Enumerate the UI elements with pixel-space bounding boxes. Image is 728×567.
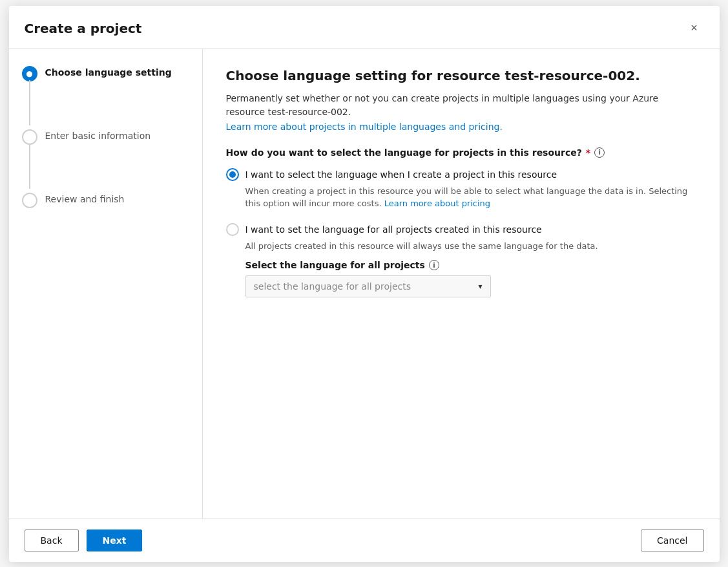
create-project-dialog: Create a project × ● Choose language set… (9, 6, 720, 562)
step-2-wrapper: Enter basic information (22, 128, 189, 150)
radio-row-2[interactable]: I want to set the language for all proje… (226, 223, 696, 236)
required-star: * (586, 147, 590, 158)
radio-input-per-project[interactable] (226, 168, 239, 181)
radio-option-all-projects: I want to set the language for all proje… (226, 223, 696, 298)
radio-option-per-project: I want to select the language when I cre… (226, 168, 696, 210)
close-button[interactable]: × (685, 19, 704, 38)
step-connector-2 (29, 144, 30, 189)
step-1-wrapper: ● Choose language setting (22, 65, 189, 87)
learn-more-pricing-link[interactable]: Learn more about pricing (384, 198, 490, 208)
learn-more-link[interactable]: Learn more about projects in multiple la… (226, 122, 503, 132)
step-3-label: Review and finish (45, 191, 125, 206)
footer-left-buttons: Back Next (25, 530, 143, 551)
language-select-section: Select the language for all projects i s… (245, 260, 696, 297)
main-content: Choose language setting for resource tes… (203, 49, 720, 519)
dialog-title: Create a project (25, 21, 142, 36)
step-3-icon (22, 193, 37, 208)
sidebar: ● Choose language setting Enter basic in… (9, 49, 203, 519)
step-3-wrapper: Review and finish (22, 191, 189, 213)
description-line1: Permanently set whether or not you can c… (226, 92, 696, 119)
section-title: Choose language setting for resource tes… (226, 67, 696, 84)
radio-label-all-projects: I want to set the language for all proje… (245, 224, 542, 235)
step-1-icon: ● (22, 66, 37, 81)
dialog-header: Create a project × (9, 6, 720, 49)
language-select-info-icon[interactable]: i (429, 260, 439, 270)
language-dropdown-placeholder: select the language for all projects (254, 281, 411, 292)
back-button[interactable]: Back (25, 530, 79, 551)
dialog-body: ● Choose language setting Enter basic in… (9, 49, 720, 519)
radio-input-all-projects[interactable] (226, 223, 239, 236)
cancel-button[interactable]: Cancel (641, 530, 703, 551)
step-2-icon (22, 129, 37, 145)
step-1-label: Choose language setting (45, 65, 172, 80)
step-2-label: Enter basic information (45, 128, 151, 143)
sidebar-item-review-finish[interactable]: Review and finish (22, 191, 189, 208)
step-connector-1 (29, 80, 30, 125)
radio-label-per-project: I want to select the language when I cre… (245, 169, 557, 180)
language-select-label: Select the language for all projects i (245, 260, 696, 270)
language-dropdown[interactable]: select the language for all projects ▾ (245, 275, 491, 297)
question-label: How do you want to select the language f… (226, 147, 696, 158)
dialog-footer: Back Next Cancel (9, 519, 720, 562)
sidebar-item-enter-basic[interactable]: Enter basic information (22, 128, 189, 145)
radio-desc-per-project: When creating a project in this resource… (245, 185, 696, 210)
chevron-down-icon: ▾ (478, 282, 482, 291)
radio-desc-all-projects: All projects created in this resource wi… (245, 240, 696, 253)
radio-row-1[interactable]: I want to select the language when I cre… (226, 168, 696, 181)
sidebar-item-choose-language[interactable]: ● Choose language setting (22, 65, 189, 81)
question-info-icon[interactable]: i (594, 147, 605, 158)
next-button[interactable]: Next (87, 530, 143, 551)
